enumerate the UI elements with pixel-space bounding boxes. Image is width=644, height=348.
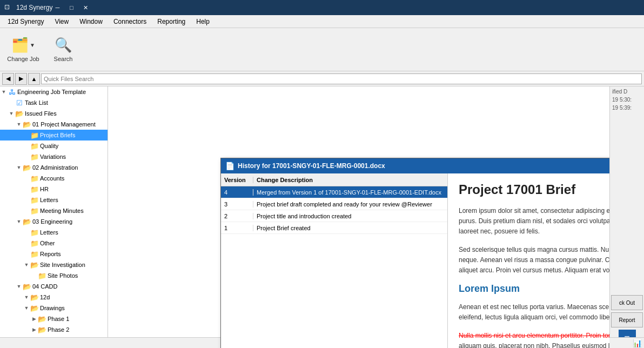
tree-toggle-12d: ▼ — [23, 295, 30, 300]
sidebar-tree: ▼🖧Engineering Job Template☑Task List▼📂Is… — [0, 86, 108, 348]
menu-connectors[interactable]: Connectors — [108, 17, 152, 26]
version-row-1[interactable]: 3Project brief draft completed and ready… — [221, 198, 447, 210]
sidebar-item-eng-letters[interactable]: 📁Letters — [0, 227, 108, 238]
tree-label-admin: 02 Administration — [32, 164, 78, 171]
tree-icon-phase1: 📂 — [38, 315, 46, 323]
tree-label-12d: 12d — [40, 294, 50, 300]
version-row-2[interactable]: 2Project title and introduction created — [221, 210, 447, 222]
sidebar-item-meeting[interactable]: 📁Meeting Minutes — [0, 205, 108, 216]
app-icon: ⊡ — [4, 3, 13, 12]
sidebar-item-quality[interactable]: 📁Quality — [0, 140, 108, 151]
tree-toggle-pm: ▼ — [15, 122, 23, 127]
tree-icon-root: 🖧 — [8, 88, 16, 96]
tree-toggle-root: ▼ — [0, 89, 8, 95]
quick-search-input[interactable] — [41, 73, 642, 84]
nav-forward-button[interactable]: ▶ — [15, 73, 27, 85]
minimize-button[interactable]: ─ — [52, 3, 62, 12]
nav-up-button[interactable]: ▲ — [28, 73, 40, 85]
sidebar-item-task[interactable]: ☑Task List — [0, 97, 108, 108]
tree-label-issued: Issued Files — [25, 110, 57, 117]
sidebar-item-other[interactable]: 📁Other — [0, 238, 108, 249]
column-description: Change Description — [253, 177, 447, 183]
tree-icon-eng: 📂 — [23, 218, 31, 225]
tree-icon-reports: 📁 — [30, 250, 39, 258]
close-button[interactable]: ✕ — [81, 3, 90, 12]
sidebar-item-phase2[interactable]: ▶📂Phase 2 — [0, 324, 108, 335]
tree-icon-phase2: 📂 — [38, 326, 46, 333]
sidebar-item-briefs[interactable]: 📁Project Briefs — [0, 130, 108, 140]
tree-label-cadd: 04 CADD — [32, 283, 57, 290]
tree-icon-admin: 📂 — [23, 164, 31, 171]
tree-icon-cadd: 📂 — [23, 283, 31, 290]
menu-window[interactable]: Window — [74, 17, 108, 26]
dropdown-arrow-icon: ▼ — [30, 42, 35, 48]
tree-icon-meeting: 📁 — [30, 207, 39, 215]
sidebar-item-siteinv[interactable]: ▼📂Site Investigation — [0, 259, 108, 270]
row-desc-3: Project Brief created — [253, 225, 447, 231]
sidebar-item-phase1[interactable]: ▶📂Phase 1 — [0, 313, 108, 324]
maximize-button[interactable]: □ — [66, 3, 76, 12]
tree-icon-hr: 📁 — [30, 185, 39, 193]
sidebar-item-admin[interactable]: ▼📂02 Administration — [0, 162, 108, 173]
tree-icon-siteinv: 📂 — [30, 261, 39, 269]
tree-label-briefs: Project Briefs — [40, 132, 75, 138]
column-version: Version — [221, 177, 253, 183]
tree-toggle-siteinv: ▼ — [23, 262, 30, 267]
nav-row: ◀ ▶ ▲ — [0, 71, 644, 86]
row-version-3: 1 — [221, 225, 253, 231]
tree-label-variations: Variations — [40, 153, 66, 160]
dialog-title-bar: 📄 History for 17001-SNGY-01-FLE-MRG-0001… — [221, 158, 609, 173]
preview-para-4: Nulla mollis nisi et arcu elementum port… — [459, 331, 609, 349]
tree-icon-quality: 📁 — [30, 142, 39, 150]
right-report-button[interactable]: Report — [611, 312, 643, 327]
change-job-button[interactable]: 🗂️ ▼ Change Job — [4, 31, 42, 69]
sidebar-item-accounts[interactable]: 📁Accounts — [0, 173, 108, 184]
sidebar-item-root[interactable]: ▼🖧Engineering Job Template — [0, 86, 108, 97]
dialog-title-text: History for 17001-SNGY-01-FLE-MRG-0001.d… — [238, 162, 609, 170]
right-column: ified D 19 5:30: 19 5:39: ck Out Report … — [609, 86, 644, 348]
table-header: Version Change Description — [221, 173, 447, 186]
version-row-0[interactable]: 4Merged from Version 1 of 17001-SNGY-01-… — [221, 186, 447, 198]
sidebar-item-cadd[interactable]: ▼📂04 CADD — [0, 281, 108, 292]
tree-label-accounts: Accounts — [40, 175, 64, 182]
preview-para-1: Lorem ipsum dolor sit amet, consectetur … — [459, 206, 609, 237]
row-version-1: 3 — [221, 201, 253, 208]
sidebar-item-variations[interactable]: 📁Variations — [0, 151, 108, 162]
tree-label-task: Task List — [25, 99, 48, 106]
menu-help[interactable]: Help — [191, 17, 215, 26]
sidebar-item-eng[interactable]: ▼📂03 Engineering — [0, 216, 108, 227]
menu-reporting[interactable]: Reporting — [152, 17, 191, 26]
search-button[interactable]: 🔍 Search — [44, 31, 82, 69]
checkout-button[interactable]: ck Out — [611, 295, 643, 310]
preview-para-3: Aenean et est nec tellus porta varius. M… — [459, 302, 609, 323]
tree-icon-other: 📁 — [30, 239, 39, 247]
sidebar-item-sitephotos[interactable]: 📁Site Photos — [0, 270, 108, 281]
menu-view[interactable]: View — [49, 17, 74, 26]
sidebar-item-reports[interactable]: 📁Reports — [0, 249, 108, 259]
tree-label-other: Other — [40, 240, 55, 246]
tree-label-hr: HR — [40, 186, 49, 192]
menu-12d-synergy[interactable]: 12d Synergy — [2, 17, 49, 26]
sidebar-item-issued[interactable]: ▼📂Issued Files — [0, 108, 108, 119]
sidebar-item-drawings[interactable]: ▼📂Drawings — [0, 303, 108, 313]
tree-toggle-phase1: ▶ — [30, 316, 38, 322]
dialog-content: Version Change Description 4Merged from … — [221, 173, 609, 348]
nav-back-button[interactable]: ◀ — [2, 73, 14, 85]
sidebar-item-12d[interactable]: ▼📂12d — [0, 292, 108, 303]
versions-table-body: 4Merged from Version 1 of 17001-SNGY-01-… — [221, 186, 447, 348]
search-icon: 🔍 — [55, 37, 72, 53]
tree-icon-pm: 📂 — [23, 121, 31, 128]
tree-label-eng-letters: Letters — [40, 229, 58, 236]
tree-label-letters: Letters — [40, 197, 58, 203]
row-desc-2: Project title and introduction created — [253, 213, 447, 219]
tree-label-phase1: Phase 1 — [48, 316, 69, 322]
tree-label-drawings: Drawings — [40, 305, 65, 311]
sidebar-item-letters[interactable]: 📁Letters — [0, 195, 108, 205]
tree-icon-task: ☑ — [15, 99, 24, 106]
sidebar-item-hr[interactable]: 📁HR — [0, 184, 108, 195]
tree-label-phase2: Phase 2 — [48, 326, 69, 333]
version-row-3[interactable]: 1Project Brief created — [221, 222, 447, 234]
sidebar-item-pm[interactable]: ▼📂01 Project Management — [0, 119, 108, 130]
tree-icon-briefs: 📁 — [30, 131, 39, 139]
main-area: ▼🖧Engineering Job Template☑Task List▼📂Is… — [0, 86, 644, 348]
